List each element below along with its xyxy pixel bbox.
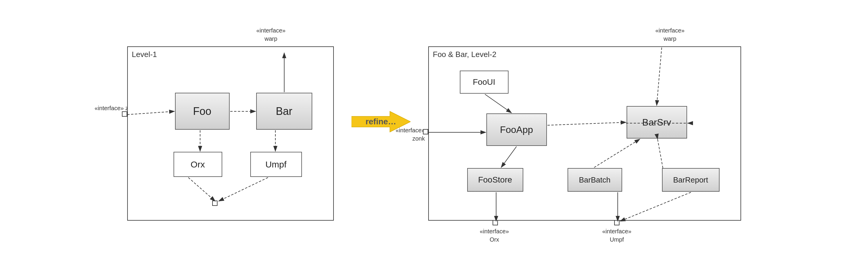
diagram2-label: Foo & Bar, Level-2: [433, 50, 496, 59]
svg-line-17: [657, 139, 663, 168]
barsrv-component: BarSrv: [627, 106, 687, 139]
fooapp-component: FooApp: [486, 113, 547, 146]
barbatch-component: BarBatch: [567, 168, 622, 192]
svg-line-1: [127, 111, 175, 115]
fooui-label: FooUI: [473, 78, 495, 87]
barbatch-label: BarBatch: [579, 175, 611, 185]
interface-zonk2-socket: [423, 129, 428, 135]
svg-line-15: [548, 122, 626, 125]
interface-zonk-socket: [122, 111, 127, 117]
svg-line-13: [501, 147, 517, 168]
diagram2-border: Foo & Bar, Level-2 FooUI FooApp FooStore…: [428, 47, 741, 220]
barreport-component: BarReport: [662, 168, 719, 192]
interface-zonk2-label: «interface»zonk: [396, 126, 425, 143]
interface-umpf2-label: «interface»Umpf: [602, 227, 631, 244]
svg-line-20: [620, 192, 691, 221]
fooui-component: FooUI: [460, 70, 508, 94]
interface-warp-label: «interface»warp: [256, 26, 286, 43]
diagram1-border: Level-1 Foo Bar Orx Umpf: [127, 47, 334, 220]
bottom-socket: [212, 201, 218, 206]
interface-orx2-label: «interface»Orx: [480, 227, 509, 244]
svg-line-5: [188, 178, 215, 201]
foostore-component: FooStore: [467, 168, 523, 192]
umpf-component: Umpf: [250, 152, 302, 177]
fooapp-label: FooApp: [500, 124, 533, 135]
interface-orx2-socket: [493, 220, 498, 225]
svg-line-18: [657, 48, 662, 106]
refine-text: refine…: [365, 117, 396, 126]
barreport-label: BarReport: [673, 175, 708, 185]
foostore-label: FooStore: [478, 175, 512, 185]
foo-component: Foo: [175, 93, 229, 130]
bar-label: Bar: [276, 105, 292, 118]
diagram-level2: «interface»warp «interface»zonk «interfa…: [428, 47, 741, 220]
barsrv-label: BarSrv: [642, 117, 671, 128]
diagram1-label: Level-1: [132, 50, 157, 59]
svg-line-12: [485, 94, 512, 113]
orx-component: Orx: [174, 152, 222, 177]
foo-label: Foo: [193, 105, 211, 118]
umpf-label: Umpf: [265, 159, 286, 170]
svg-line-6: [219, 178, 268, 201]
diagram-level1: «interface» zonk «interface»warp Level-1…: [127, 47, 334, 220]
orx-label: Orx: [191, 159, 205, 170]
svg-line-16: [594, 139, 640, 168]
bar-component: Bar: [256, 93, 312, 130]
main-container: «interface» zonk «interface»warp Level-1…: [0, 0, 868, 267]
interface-umpf2-socket: [614, 220, 619, 225]
interface-warp2-label: «interface»warp: [655, 26, 685, 43]
diagram1-arrows: [128, 47, 333, 220]
